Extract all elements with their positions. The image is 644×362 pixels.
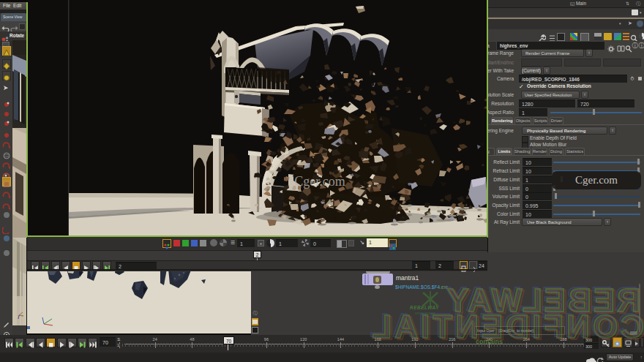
- svg-text:Cger.com: Cger.com: [294, 174, 345, 189]
